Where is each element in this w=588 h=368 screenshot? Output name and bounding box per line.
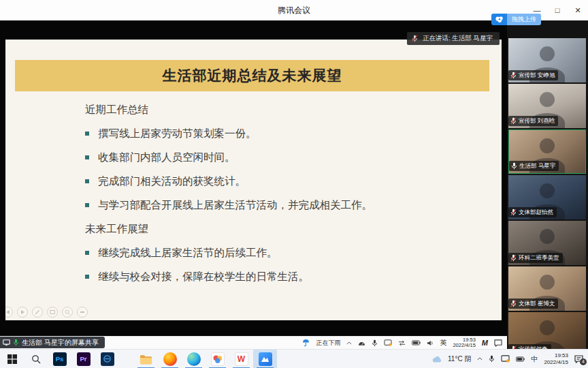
- close-button[interactable]: ✕: [568, 0, 588, 20]
- monitor-icon: [3, 339, 10, 346]
- windows-logo-icon: [7, 354, 17, 364]
- bullet-square-icon: [85, 275, 89, 279]
- premiere-icon: Pr: [77, 352, 91, 366]
- participant-tile-speaking[interactable]: 生活部 马星宇: [508, 129, 586, 174]
- shared-date: 2022/4/15: [453, 343, 475, 349]
- firefox-icon: [163, 352, 177, 366]
- wps-icon: W: [235, 352, 248, 366]
- active-mic-icon: [511, 162, 517, 170]
- sync-arrows-icon: [398, 340, 406, 346]
- shared-clock: 19:53 2022/4/15: [453, 337, 475, 349]
- windows-taskbar: Ps Pr W 11°C 阴 中 19:53 2022/4/15: [0, 349, 588, 368]
- participant-name: 生活部 马星宇: [519, 162, 555, 170]
- share-banner-text: 生活部 马星宇的屏幕共享: [22, 338, 99, 348]
- taskbar-app-file-explorer[interactable]: [134, 350, 158, 368]
- taskbar-app-tricircle[interactable]: [206, 350, 229, 368]
- tencent-meeting-window: 腾讯会议 — □ ✕ 生活部近期总结及未来展望 近期工作总结 撰写线上居家劳动节…: [0, 0, 588, 368]
- bullet-square-icon: [85, 251, 89, 255]
- more-icon: [77, 307, 88, 318]
- participant-tile[interactable]: 文体部 崔博文: [508, 266, 586, 311]
- slide-title: 生活部近期总结及未来展望: [163, 66, 342, 85]
- taskbar-app-wps[interactable]: W: [229, 350, 253, 368]
- bullet-item: 收集部门内部人员空闲时间。: [85, 150, 485, 165]
- clock-button[interactable]: 19:53 2022/4/15: [544, 352, 568, 365]
- active-mic-icon: [13, 339, 19, 346]
- ime-indicator[interactable]: 中: [531, 354, 538, 364]
- taskbar-app-premiere[interactable]: Pr: [71, 350, 95, 368]
- magnifier-icon: [62, 307, 73, 318]
- tri-circle-cloud-icon: [491, 14, 507, 25]
- participant-name-tag: 生活部 马星宇: [509, 161, 559, 171]
- screencast-icon[interactable]: [501, 355, 510, 363]
- participant-tile[interactable]: 文体部赵怡然: [508, 175, 586, 219]
- hidden-icons-chevron[interactable]: [477, 357, 483, 361]
- participant-name-tag: 文体部赵怡然: [508, 207, 557, 217]
- photoshop-icon: Ps: [53, 352, 67, 366]
- bullet-item: 与学习部配合开展线上居家生活节活动，并完成相关工作。: [85, 198, 485, 213]
- play-icon: [17, 307, 28, 318]
- tencent-meeting-icon: [259, 352, 272, 366]
- participant-name: 宣传部 安峥旭: [519, 72, 555, 80]
- mic-icon[interactable]: [489, 355, 495, 363]
- participant-video: [508, 312, 586, 349]
- muted-mic-icon: [510, 117, 517, 125]
- participant-tile[interactable]: 宣传部 刘燕晗: [508, 84, 586, 128]
- search-button[interactable]: [24, 350, 48, 368]
- muted-mic-icon: [510, 254, 517, 262]
- participant-name: 环科二班季美萱: [519, 254, 559, 262]
- bullet-item: 撰写线上居家劳动节策划案一份。: [85, 126, 485, 141]
- system-tray: 11°C 阴 中 19:53 2022/4/15 4: [432, 350, 588, 368]
- notification-button[interactable]: 4: [574, 355, 583, 363]
- circle-slash-app-icon: [101, 352, 114, 366]
- search-icon: [31, 354, 41, 364]
- participant-name-tag: 宣传部何奇: [508, 344, 551, 349]
- taskbar-app-firefox[interactable]: [158, 350, 182, 368]
- folder-icon: [140, 354, 152, 365]
- participant-name-tag: 文体部 崔博文: [508, 298, 558, 309]
- bullet-square-icon: [85, 203, 89, 207]
- participant-name-tag: 宣传部 安峥旭: [508, 70, 558, 80]
- slideshow-ghost-toolbar: [8, 307, 88, 318]
- taskbar-app-circle[interactable]: [95, 350, 119, 368]
- bullet-square-icon: [85, 155, 89, 159]
- participants-sidebar: 宣传部 安峥旭 宣传部 刘燕晗 生活部 马星宇 文体部赵怡然: [507, 20, 588, 349]
- muted-mic-icon: [510, 346, 517, 349]
- section-heading: 近期工作总结: [85, 102, 485, 117]
- taskbar-app-tencent-meeting[interactable]: [253, 350, 277, 368]
- taskbar-app-edge[interactable]: [182, 350, 206, 368]
- tray-date: 2022/4/15: [544, 359, 568, 366]
- cloud-icon: [432, 356, 442, 363]
- bullet-item: 继续与校会对接，保障在校学生的日常生活。: [85, 269, 485, 284]
- notification-badge: 4: [580, 358, 587, 365]
- ime-indicator: 英: [440, 338, 446, 348]
- start-button[interactable]: [0, 350, 24, 368]
- slide-content: 近期工作总结 撰写线上居家劳动节策划案一份。 收集部门内部人员空闲时间。 完成部…: [85, 102, 485, 293]
- taskbar-app-photoshop[interactable]: Ps: [48, 350, 71, 368]
- muted-mic-icon: [412, 35, 418, 42]
- upload-button[interactable]: 拖拽上传: [491, 14, 541, 25]
- edge-icon: [187, 352, 201, 366]
- tri-circle-app-icon: [211, 352, 225, 366]
- participant-tile[interactable]: 环科二班季美萱: [508, 221, 586, 265]
- participant-tile[interactable]: 宣传部何奇: [508, 312, 586, 349]
- participant-tile[interactable]: 宣传部 安峥旭: [508, 38, 586, 82]
- participant-name: 宣传部 刘燕晗: [519, 117, 555, 125]
- battery-icon[interactable]: [516, 356, 525, 362]
- pen-icon: [32, 307, 43, 318]
- mic-icon: [372, 339, 378, 347]
- umbrella-icon: [302, 339, 310, 347]
- display-icon: [47, 307, 58, 318]
- tray-time: 19:53: [544, 352, 568, 359]
- bullet-item: 继续完成线上居家生活节的后续工作。: [85, 245, 485, 260]
- weather-button[interactable]: 11°C 阴: [448, 354, 471, 364]
- battery-icon: [412, 340, 421, 346]
- speaking-toast-text: 正在讲话: 生活部 马星宇: [423, 34, 493, 43]
- share-banner: 生活部 马星宇的屏幕共享: [0, 337, 105, 348]
- speaker-icon: [427, 340, 434, 346]
- chat-icon: [494, 339, 502, 347]
- bullet-square-icon: [85, 132, 89, 136]
- bullet-square-icon: [85, 179, 89, 183]
- maximize-button[interactable]: □: [547, 0, 568, 20]
- bullet-item: 完成部门相关活动的获奖统计。: [85, 174, 485, 189]
- gauge-icon: [358, 339, 365, 346]
